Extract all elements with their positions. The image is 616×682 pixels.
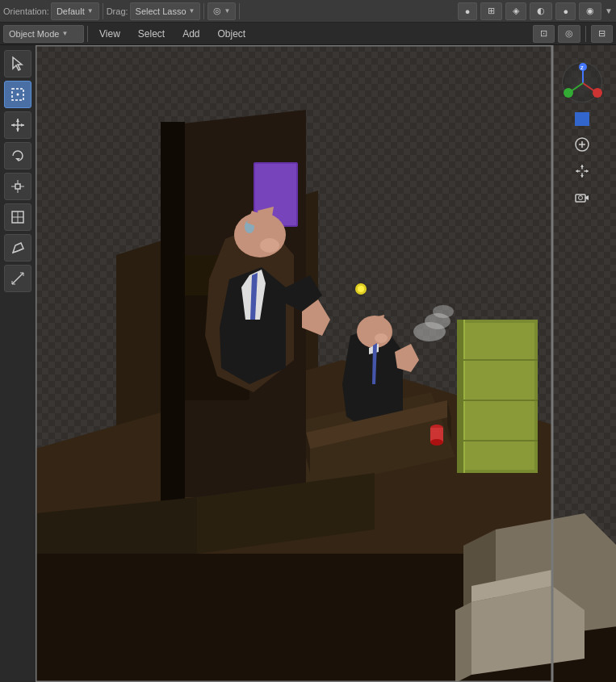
svg-marker-6 [16, 128, 19, 132]
snap-btn[interactable]: ⊡ [533, 25, 555, 43]
svg-marker-96 [586, 169, 589, 173]
svg-point-89 [564, 88, 573, 98]
navigation-gizmo[interactable]: Z [559, 60, 606, 104]
svg-point-70 [430, 439, 443, 446]
gizmo-orb: Z [562, 62, 602, 103]
svg-point-60 [358, 286, 364, 292]
render-icon: ◐ [537, 6, 545, 16]
annotate-icon [10, 240, 26, 256]
viewport[interactable]: Z [36, 45, 616, 682]
render2-icon: ● [563, 6, 568, 16]
svg-marker-94 [580, 175, 584, 178]
orientation-value: Default [57, 6, 85, 16]
svg-marker-8 [21, 123, 24, 127]
tool-transform[interactable] [4, 203, 31, 231]
menu-bar: Object Mode ▼ View Select Add Object ⊡ ◎… [0, 23, 616, 45]
xray-icon: ◈ [513, 6, 519, 16]
move-icon [10, 117, 26, 133]
render-mode3-btn[interactable]: ◉ [579, 2, 601, 20]
svg-marker-5 [16, 119, 19, 122]
tool-scale[interactable] [4, 173, 31, 200]
viewport-shading-btn[interactable]: ● [458, 2, 478, 20]
svg-marker-95 [576, 169, 578, 173]
proportional-chevron: ▼ [224, 7, 230, 15]
select-lasso-value: Select Lasso [136, 6, 186, 16]
scale-icon [10, 178, 26, 195]
tool-annotate[interactable] [4, 234, 31, 262]
sep-menu [87, 26, 88, 42]
measure-icon [10, 270, 26, 287]
proportional-dropdown[interactable]: ◎ ▼ [207, 2, 236, 20]
shading-chevron: ▼ [605, 6, 613, 15]
svg-rect-63 [457, 320, 463, 473]
overlay-icon: ⊞ [488, 6, 495, 16]
menu-view[interactable]: View [91, 25, 128, 43]
layout-toggle-btn[interactable]: ⊟ [591, 25, 613, 43]
right-panel: Z [555, 53, 610, 215]
cursor-icon [10, 56, 26, 72]
sep1 [103, 3, 103, 19]
svg-point-58 [433, 305, 454, 318]
scene-3d [36, 45, 616, 682]
prop-edit-icon: ◎ [565, 28, 573, 39]
svg-point-2 [17, 94, 19, 96]
svg-line-19 [12, 273, 23, 284]
top-toolbar: Orientation: Default ▼ Drag: Select Lass… [0, 0, 616, 23]
blue-indicator [575, 112, 589, 126]
svg-rect-64 [463, 320, 465, 473]
drag-label: Drag: [107, 6, 128, 16]
svg-rect-62 [460, 323, 534, 470]
svg-point-51 [375, 333, 388, 343]
select-lasso-dropdown[interactable]: Select Lasso ▼ [130, 2, 201, 20]
svg-rect-37 [161, 122, 185, 501]
svg-rect-10 [15, 184, 20, 189]
orientation-dropdown[interactable]: Default ▼ [51, 2, 99, 20]
tool-move[interactable] [4, 111, 31, 139]
svg-point-87 [593, 88, 602, 98]
menu-add[interactable]: Add [174, 25, 207, 43]
menu-object[interactable]: Object [210, 25, 254, 43]
object-mode-chevron: ▼ [61, 30, 68, 37]
tool-select-box[interactable] [4, 81, 31, 108]
svg-point-43 [260, 238, 279, 253]
proportional-edit-btn[interactable]: ◎ [558, 25, 580, 43]
select-lasso-chevron: ▼ [189, 7, 195, 15]
render-mode2-btn[interactable]: ● [555, 2, 576, 20]
tool-cursor[interactable] [4, 50, 31, 77]
sep-right [585, 26, 586, 42]
select-box-icon [10, 86, 26, 103]
viewport-overlay-btn[interactable]: ⊞ [480, 2, 502, 20]
orientation-label: Orientation: [3, 6, 49, 16]
object-mode-label: Object Mode [9, 29, 59, 39]
snap-icon: ⊡ [540, 28, 547, 39]
shading-icon: ● [465, 6, 471, 16]
object-mode-dropdown[interactable]: Object Mode ▼ [3, 25, 84, 43]
svg-point-99 [579, 195, 583, 199]
zoom-in-btn[interactable] [571, 134, 593, 156]
proportional-icon: ◎ [213, 6, 221, 16]
sep2 [203, 3, 204, 19]
svg-marker-80 [455, 602, 471, 682]
left-toolbar [0, 45, 36, 682]
tool-measure[interactable] [4, 265, 31, 292]
menu-select[interactable]: Select [130, 25, 173, 43]
pan-btn[interactable] [571, 161, 593, 182]
orientation-chevron: ▼ [87, 7, 94, 15]
svg-text:Z: Z [580, 65, 584, 70]
svg-marker-0 [13, 57, 22, 70]
render-mode-btn[interactable]: ◐ [530, 2, 552, 20]
svg-marker-7 [11, 123, 15, 127]
camera-btn[interactable] [571, 186, 593, 208]
svg-marker-93 [580, 165, 584, 167]
transform-icon [10, 209, 26, 225]
layout-icon: ⊟ [598, 28, 606, 39]
tool-rotate[interactable] [4, 142, 31, 169]
render3-icon: ◉ [586, 6, 594, 16]
sep3 [239, 3, 240, 19]
rotate-icon [10, 148, 26, 164]
xray-btn[interactable]: ◈ [505, 2, 526, 20]
